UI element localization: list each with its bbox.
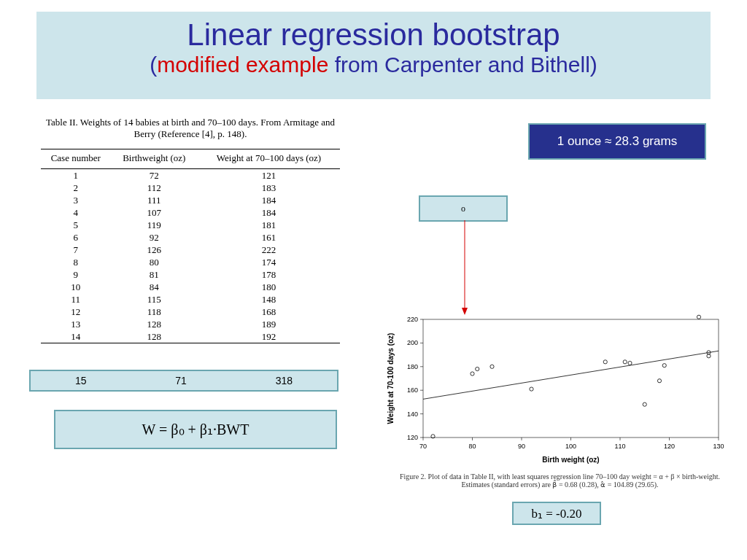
extra-w70: 318 xyxy=(276,375,293,386)
table-cell: 80 xyxy=(111,256,198,268)
col-weight70: Weight at 70–100 days (oz) xyxy=(198,149,340,169)
table-cell: 115 xyxy=(111,293,198,306)
table-cell: 4 xyxy=(41,206,111,219)
outlier-point-box: o xyxy=(419,195,508,222)
svg-text:130: 130 xyxy=(713,443,724,450)
table-cell: 111 xyxy=(111,194,198,206)
table-cell: 7 xyxy=(41,244,111,256)
table-cell: 11 xyxy=(41,293,111,306)
table-cell: 121 xyxy=(198,169,340,182)
formula-text: W = β₀ + β₁·BWT xyxy=(142,421,249,438)
subtitle-red: modified example xyxy=(157,52,328,77)
subtitle-rest: from Carpenter and Bithell) xyxy=(328,52,597,77)
svg-point-38 xyxy=(697,315,700,319)
svg-text:120: 120 xyxy=(407,434,418,441)
table-cell: 118 xyxy=(111,306,198,318)
paren-open: ( xyxy=(150,52,157,77)
table-cell: 128 xyxy=(111,330,198,343)
svg-text:120: 120 xyxy=(664,443,675,450)
table-cell: 12 xyxy=(41,306,111,318)
title-block: Linear regression bootstrap (modified ex… xyxy=(36,12,711,99)
b1-text: b₁ = -0.20 xyxy=(532,506,582,521)
svg-text:Birth weight (oz): Birth weight (oz) xyxy=(542,456,599,464)
scatter-plot: 708090100110120130120140160180200220Birt… xyxy=(383,314,729,467)
table-cell: 107 xyxy=(111,206,198,219)
extra-case: 15 xyxy=(75,375,87,386)
ounce-conversion-box: 1 ounce ≈ 28.3 grams xyxy=(528,123,706,160)
svg-text:Weight at 70-100 days (oz): Weight at 70-100 days (oz) xyxy=(387,333,395,424)
table-cell: 178 xyxy=(198,268,340,281)
table-cell: 5 xyxy=(41,219,111,231)
table-cell: 192 xyxy=(198,330,340,343)
ounce-text: 1 ounce ≈ 28.3 grams xyxy=(557,134,677,149)
table-cell: 181 xyxy=(198,219,340,231)
baby-weight-table: Case number Birthweight (oz) Weight at 7… xyxy=(41,149,340,343)
table-cell: 2 xyxy=(41,182,111,194)
table-cell: 180 xyxy=(198,281,340,293)
table-cell: 13 xyxy=(41,318,111,330)
table-cell: 128 xyxy=(111,318,198,330)
outlier-glyph: o xyxy=(461,203,465,214)
svg-text:160: 160 xyxy=(407,386,418,394)
table-cell: 112 xyxy=(111,182,198,194)
table-caption: Table II. Weights of 14 babies at birth … xyxy=(41,117,340,140)
regression-formula: W = β₀ + β₁·BWT xyxy=(54,410,337,449)
table-cell: 222 xyxy=(198,244,340,256)
table-cell: 189 xyxy=(198,318,340,330)
table-cell: 6 xyxy=(41,231,111,244)
svg-text:110: 110 xyxy=(614,443,625,450)
added-row-15: 15 71 318 xyxy=(29,370,338,392)
svg-text:90: 90 xyxy=(518,443,525,450)
table-cell: 72 xyxy=(111,169,198,182)
figure-caption: Figure 2. Plot of data in Table II, with… xyxy=(394,472,726,489)
table-cell: 183 xyxy=(198,182,340,194)
col-birthweight: Birthweight (oz) xyxy=(111,149,198,169)
table-cell: 184 xyxy=(198,194,340,206)
svg-text:80: 80 xyxy=(468,443,476,450)
svg-text:180: 180 xyxy=(407,363,418,370)
arrow-to-plot xyxy=(461,220,462,315)
table-cell: 119 xyxy=(111,219,198,231)
table-cell: 92 xyxy=(111,231,198,244)
table-cell: 148 xyxy=(198,293,340,306)
table-cell: 81 xyxy=(111,268,198,281)
table-cell: 9 xyxy=(41,268,111,281)
svg-text:70: 70 xyxy=(419,443,427,450)
table-cell: 168 xyxy=(198,306,340,318)
table-cell: 3 xyxy=(41,194,111,206)
table-cell: 161 xyxy=(198,231,340,244)
extra-bwt: 71 xyxy=(175,375,187,386)
svg-rect-2 xyxy=(423,319,719,438)
col-case: Case number xyxy=(41,149,111,169)
table-cell: 1 xyxy=(41,169,111,182)
table-cell: 8 xyxy=(41,256,111,268)
table-cell: 174 xyxy=(198,256,340,268)
table-cell: 14 xyxy=(41,330,111,343)
b1-estimate-box: b₁ = -0.20 xyxy=(512,502,601,525)
svg-text:200: 200 xyxy=(407,339,418,346)
slide-subtitle: (modified example from Carpenter and Bit… xyxy=(36,52,711,77)
svg-text:100: 100 xyxy=(565,443,576,450)
slide-title: Linear regression bootstrap xyxy=(36,18,711,52)
table-cell: 10 xyxy=(41,281,111,293)
table-cell: 84 xyxy=(111,281,198,293)
svg-text:220: 220 xyxy=(407,316,418,323)
svg-text:140: 140 xyxy=(407,411,418,418)
table-cell: 184 xyxy=(198,206,340,219)
table-cell: 126 xyxy=(111,244,198,256)
